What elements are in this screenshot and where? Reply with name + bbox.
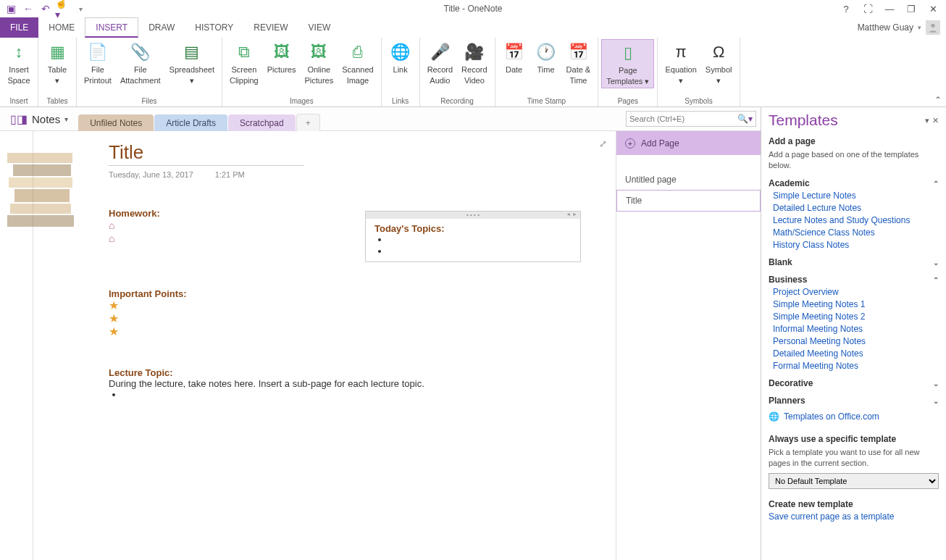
topics-container[interactable]: • • • • Today's Topics:: [365, 211, 581, 262]
undo-button[interactable]: ↶: [38, 1, 54, 17]
record-video-button-icon: 🎥: [463, 41, 486, 64]
lecture-body[interactable]: During the lecture, take notes here. Ins…: [109, 378, 616, 389]
template-category-planners[interactable]: Planners⌄: [769, 396, 939, 406]
add-page-button[interactable]: + Add Page: [616, 131, 761, 155]
onenote-icon[interactable]: ▣: [3, 1, 19, 17]
maximize-button[interactable]: ❐: [903, 1, 920, 17]
create-template-heading: Create new template: [769, 499, 939, 509]
template-category-business[interactable]: Business⌃: [769, 275, 939, 285]
svg-rect-1: [7, 153, 72, 163]
lecture-bullet[interactable]: [123, 389, 616, 401]
template-category-academic[interactable]: Academic⌃: [769, 178, 939, 188]
file-tab[interactable]: FILE: [0, 17, 38, 38]
menu-tab-draw[interactable]: DRAW: [138, 17, 185, 38]
add-section-button[interactable]: +: [296, 114, 320, 132]
section-tab-article-drafts[interactable]: Article Drafts: [154, 114, 227, 132]
online-pictures-button[interactable]: 🖼OnlinePictures: [300, 39, 338, 87]
template-link[interactable]: Simple Meeting Notes 2: [773, 312, 939, 322]
date-time-button[interactable]: 📅Date &Time: [562, 39, 595, 87]
page-list-item[interactable]: Untitled page: [616, 170, 761, 190]
search-input[interactable]: [629, 114, 737, 123]
online-pictures-button-icon: 🖼: [307, 41, 330, 64]
touch-mode-button[interactable]: ☝▾: [55, 1, 71, 17]
chevron-up-icon: ⌃: [933, 180, 939, 188]
pictures-button[interactable]: 🖼Pictures: [263, 39, 301, 76]
template-link[interactable]: History Class Notes: [773, 240, 939, 250]
star-icon[interactable]: ★: [109, 325, 616, 338]
section-tab-scratchpad[interactable]: Scratchpad: [228, 114, 296, 132]
insert-space-button[interactable]: ↕InsertSpace: [3, 39, 35, 87]
template-category-decorative[interactable]: Decorative⌄: [769, 378, 939, 388]
section-tab-unfiled-notes[interactable]: Unfiled Notes: [78, 114, 154, 132]
file-printout-button[interactable]: 📄FilePrintout: [80, 39, 116, 87]
screen-clipping-button[interactable]: ⧉ScreenClipping: [225, 39, 263, 87]
templates-office-link[interactable]: 🌐 Templates on Office.com: [769, 411, 939, 422]
table-button[interactable]: ▦Table▾: [41, 39, 73, 87]
file-attachment-button[interactable]: 📎FileAttachment: [116, 39, 165, 87]
page-canvas[interactable]: ⤢ Title Tuesday, June 13, 2017 1:21 PM H…: [0, 131, 616, 560]
lecture-heading[interactable]: Lecture Topic:: [109, 367, 616, 378]
help-button[interactable]: ?: [837, 1, 855, 17]
menu-tab-view[interactable]: VIEW: [298, 17, 341, 38]
symbol-button[interactable]: ΩSymbol▾: [701, 39, 737, 87]
expand-page-icon[interactable]: ⤢: [599, 138, 607, 149]
search-box[interactable]: 🔍▾: [626, 111, 756, 127]
navigation-row: ▯◨ Notes ▾ Unfiled NotesArticle DraftsSc…: [0, 107, 761, 131]
chevron-down-icon: ▾: [64, 115, 68, 123]
topic-bullet[interactable]: [389, 234, 572, 246]
qat-customize-button[interactable]: ▾: [72, 1, 88, 17]
minimize-button[interactable]: —: [881, 1, 898, 17]
equation-button[interactable]: πEquation▾: [661, 39, 700, 87]
default-template-select[interactable]: No Default Template: [769, 473, 939, 489]
svg-rect-6: [7, 215, 74, 227]
menu-tab-home[interactable]: HOME: [38, 17, 85, 38]
container-handle[interactable]: • • • •: [366, 212, 580, 219]
template-link[interactable]: Lecture Notes and Study Questions: [773, 215, 939, 225]
close-button[interactable]: ✕: [924, 1, 942, 17]
link-button[interactable]: 🌐Link: [385, 39, 417, 76]
template-link[interactable]: Informal Meeting Notes: [773, 324, 939, 334]
menu-tab-review[interactable]: REVIEW: [243, 17, 298, 38]
template-link[interactable]: Formal Meeting Notes: [773, 361, 939, 371]
template-link[interactable]: Project Overview: [773, 287, 939, 297]
scanned-image-button[interactable]: ⎙ScannedImage: [338, 39, 377, 87]
template-link[interactable]: Math/Science Class Notes: [773, 227, 939, 238]
pane-options-button[interactable]: ▾: [925, 116, 929, 125]
template-link[interactable]: Detailed Meeting Notes: [773, 348, 939, 359]
template-link[interactable]: Detailed Lecture Notes: [773, 203, 939, 213]
pane-close-button[interactable]: ✕: [932, 116, 939, 125]
avatar[interactable]: [926, 20, 940, 35]
important-heading[interactable]: Important Points:: [109, 288, 616, 299]
screen-clipping-button-icon: ⧉: [233, 41, 256, 64]
record-video-button[interactable]: 🎥RecordVideo: [457, 39, 491, 87]
user-dropdown-icon[interactable]: ▾: [918, 24, 921, 31]
notebook-dropdown[interactable]: ▯◨ Notes ▾: [4, 112, 74, 126]
date-button[interactable]: 📅Date: [498, 39, 530, 76]
add-page-heading: Add a page: [769, 136, 939, 146]
back-button[interactable]: ←: [20, 1, 36, 17]
topic-bullet[interactable]: [389, 246, 572, 257]
collapse-ribbon-button[interactable]: ⌃: [934, 95, 942, 105]
spreadsheet-button[interactable]: ▤Spreadsheet▾: [165, 39, 219, 87]
page-list-item[interactable]: Title: [616, 190, 761, 212]
time-button-icon: 🕐: [535, 41, 558, 64]
menu-tab-history[interactable]: HISTORY: [185, 17, 243, 38]
search-icon[interactable]: 🔍▾: [737, 114, 753, 124]
record-audio-button[interactable]: 🎤RecordAudio: [423, 39, 457, 87]
star-icon[interactable]: ★: [109, 312, 616, 325]
save-template-link[interactable]: Save current page as a template: [769, 511, 939, 522]
star-icon[interactable]: ★: [109, 299, 616, 312]
menu-tab-insert[interactable]: INSERT: [85, 17, 138, 38]
ribbon: ↕InsertSpaceInsert▦Table▾Tables📄FilePrin…: [0, 38, 946, 107]
time-button[interactable]: 🕐Time: [530, 39, 562, 76]
template-link[interactable]: Simple Meeting Notes 1: [773, 299, 939, 309]
page-templates-button[interactable]: ▯PageTemplates ▾: [601, 39, 654, 88]
template-category-blank[interactable]: Blank⌄: [769, 257, 939, 267]
topics-heading[interactable]: Today's Topics:: [374, 223, 572, 234]
template-link[interactable]: Personal Meeting Notes: [773, 336, 939, 346]
user-name[interactable]: Matthew Guay: [858, 22, 913, 33]
template-link[interactable]: Simple Lecture Notes: [773, 191, 939, 201]
page-title[interactable]: Title: [109, 141, 304, 166]
file-printout-button-icon: 📄: [86, 41, 109, 64]
full-page-view-button[interactable]: ⛶: [859, 1, 876, 17]
